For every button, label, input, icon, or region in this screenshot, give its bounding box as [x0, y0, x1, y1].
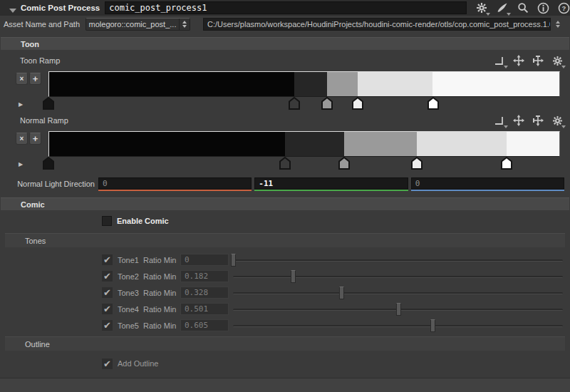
section-toon[interactable]: Toon	[1, 37, 569, 50]
tone-ratio-min-field[interactable]: 0.182	[180, 270, 229, 282]
toon-ramp-expander-icon[interactable]: ▶	[19, 101, 23, 108]
slider-handle[interactable]	[339, 287, 344, 299]
normal-light-direction-label: Normal Light Direction	[0, 180, 98, 188]
tone-ratio-min-slider[interactable]	[233, 319, 563, 333]
enable-comic-row: Enable Comic	[0, 215, 570, 227]
ramp-stop-marker[interactable]	[279, 157, 291, 170]
asset-name-dropdown[interactable]: molegoro::comic_post_...	[86, 18, 190, 31]
tone-ratio-min-field[interactable]: 0.605	[180, 319, 229, 331]
tone-ratio-min-field[interactable]: 0	[180, 254, 229, 266]
ramp-stop-marker[interactable]	[428, 97, 439, 110]
titlebar: Comic Post Process	[0, 0, 570, 16]
tone-enable-checkbox[interactable]: ✔	[102, 271, 113, 282]
normal-ramp-tools	[494, 115, 563, 126]
ramp-move-icon[interactable]	[513, 55, 524, 66]
ramp-gear-icon[interactable]	[551, 55, 563, 66]
bottom-strip	[0, 378, 570, 392]
ramp-corner-icon[interactable]	[494, 115, 505, 126]
ramp-stop-marker[interactable]	[411, 157, 423, 170]
tone-row: ✔Tone2Ratio Min0.182	[0, 268, 570, 284]
subsection-outline-label: Outline	[25, 340, 50, 349]
tone-enable-checkbox[interactable]: ✔	[102, 320, 113, 331]
help-icon[interactable]: ?	[558, 2, 570, 14]
normal-ramp-clear-button[interactable]: ×	[16, 133, 28, 145]
tone-row: ✔Tone5Ratio Min0.605	[0, 317, 570, 334]
toon-ramp: × + ▶	[0, 71, 570, 110]
subsection-outline[interactable]: Outline	[5, 336, 565, 351]
gear-icon[interactable]	[475, 2, 487, 14]
normal-ramp-markers	[48, 157, 560, 170]
enable-comic-checkbox[interactable]	[102, 216, 112, 226]
tone-ratio-min-slider[interactable]	[233, 269, 563, 284]
ramp-handles-icon[interactable]	[532, 55, 544, 66]
ramp-corner-icon[interactable]	[494, 55, 505, 66]
tone-ratio-min-field[interactable]: 0.501	[180, 303, 229, 315]
tone-ratio-min-slider[interactable]	[233, 286, 563, 300]
ramp-handles-icon[interactable]	[532, 115, 544, 126]
normal-ramp-add-button[interactable]: +	[29, 133, 41, 145]
tone-name-label: Tone1	[118, 256, 143, 264]
normal-light-y-value: -11	[254, 177, 408, 190]
normal-ramp-expander-icon[interactable]: ▶	[19, 161, 23, 167]
add-outline-checkbox[interactable]: ✔	[102, 359, 113, 369]
ramp-stop-marker[interactable]	[352, 97, 363, 110]
tone-ratio-min-slider[interactable]	[233, 302, 563, 316]
tone-enable-checkbox[interactable]: ✔	[102, 287, 113, 298]
ramp-stop-marker[interactable]	[43, 97, 54, 110]
ramp-gear-icon[interactable]	[551, 115, 563, 126]
normal-light-y-field[interactable]: -11	[254, 177, 408, 191]
normal-ramp-gradient[interactable]	[48, 131, 560, 157]
node-name-input[interactable]	[105, 1, 467, 14]
asset-row: Asset Name and Path molegoro::comic_post…	[0, 16, 570, 33]
magnifier-icon[interactable]	[517, 2, 529, 14]
tone-ratio-min-field[interactable]: 0.328	[180, 287, 229, 299]
asset-row-label: Asset Name and Path	[4, 20, 83, 29]
titlebar-icons: ?	[475, 2, 570, 14]
tone-param-label: Ratio Min	[143, 305, 180, 314]
subsection-tones-label: Tones	[25, 237, 46, 245]
normal-light-z-field[interactable]: 0	[411, 177, 564, 191]
section-comic[interactable]: Comic	[1, 197, 569, 210]
tone-row: ✔Tone3Ratio Min0.328	[0, 284, 570, 301]
ramp-stop-marker[interactable]	[43, 157, 54, 170]
tone-row: ✔Tone4Ratio Min0.501	[0, 301, 570, 317]
slider-handle[interactable]	[396, 303, 401, 316]
add-outline-label: Add Outline	[118, 359, 158, 368]
normal-light-x-value: 0	[98, 177, 252, 190]
tone-rows: ✔Tone1Ratio Min0✔Tone2Ratio Min0.182✔Ton…	[0, 247, 570, 336]
toon-ramp-gradient[interactable]	[48, 71, 560, 97]
node-expand-icon[interactable]	[9, 9, 16, 13]
normal-light-x-field[interactable]: 0	[98, 177, 252, 191]
tone-name-label: Tone4	[118, 305, 143, 314]
toon-ramp-clear-button[interactable]: ×	[16, 73, 28, 85]
info-icon[interactable]	[537, 2, 549, 14]
asset-path-spinner[interactable]	[556, 21, 560, 28]
ramp-stop-marker[interactable]	[501, 157, 512, 170]
node-type-label: Comic Post Process	[21, 4, 100, 12]
normal-ramp: × + ▶	[0, 131, 570, 170]
slider-handle[interactable]	[291, 270, 296, 283]
asset-path-field[interactable]: C:/Users/plasmo/workspace/HoudiniProject…	[203, 18, 551, 31]
asset-path-value: C:/Users/plasmo/workspace/HoudiniProject…	[207, 20, 551, 29]
enable-comic-label: Enable Comic	[117, 217, 169, 225]
slider-handle[interactable]	[231, 254, 236, 267]
toon-ramp-add-button[interactable]: +	[29, 73, 41, 85]
svg-text:?: ?	[562, 4, 566, 12]
normal-light-direction-row: Normal Light Direction 0 -11 0	[0, 176, 570, 192]
ramp-move-icon[interactable]	[513, 115, 524, 126]
subsection-tones[interactable]: Tones	[5, 233, 565, 247]
brush-icon[interactable]	[496, 2, 508, 14]
toon-ramp-label: Toon Ramp	[20, 56, 494, 65]
tone-param-label: Ratio Min	[143, 256, 180, 264]
tone-enable-checkbox[interactable]: ✔	[102, 254, 113, 265]
asset-name-dropdown-value: molegoro::comic_post_...	[86, 20, 179, 29]
asset-name-spinner[interactable]	[179, 19, 190, 30]
tone-param-label: Ratio Min	[143, 289, 180, 297]
ramp-stop-marker[interactable]	[289, 97, 300, 110]
ramp-stop-marker[interactable]	[321, 97, 333, 110]
ramp-stop-marker[interactable]	[338, 157, 350, 170]
tone-name-label: Tone3	[118, 289, 143, 297]
tone-enable-checkbox[interactable]: ✔	[102, 304, 113, 314]
slider-handle[interactable]	[430, 319, 435, 332]
tone-ratio-min-slider[interactable]	[233, 253, 563, 267]
